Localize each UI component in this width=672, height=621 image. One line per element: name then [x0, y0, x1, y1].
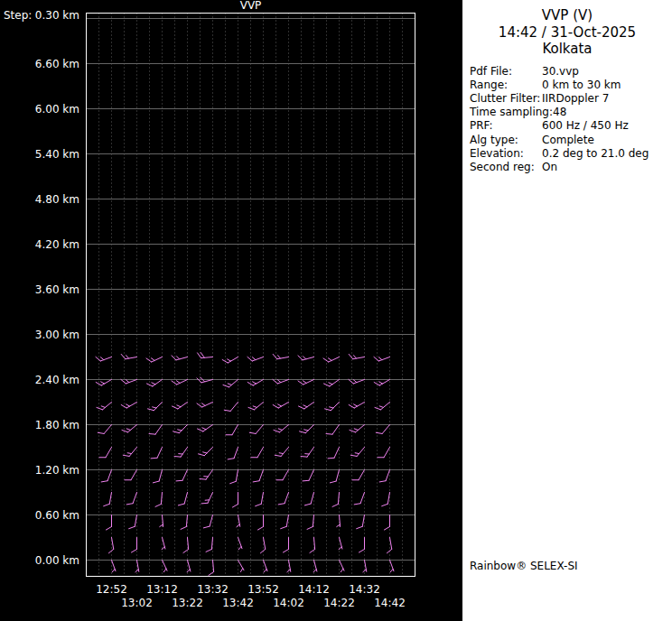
svg-text:1.20 km: 1.20 km [35, 464, 79, 477]
info-value: 48 [553, 106, 566, 119]
info-row-prf: PRF: 600 Hz / 450 Hz [470, 119, 672, 133]
svg-text:6.60 km: 6.60 km [35, 58, 79, 70]
svg-text:14:12: 14:12 [298, 583, 330, 596]
svg-text:4.20 km: 4.20 km [35, 238, 79, 251]
panel-title: VVP (V) [462, 7, 672, 24]
info-value: 0.2 deg to 21.0 deg [542, 147, 649, 161]
panel-station: Kolkata [462, 41, 672, 58]
info-label: PRF: [470, 119, 542, 133]
info-row-pdf-file: Pdf File: 30.vvp [470, 65, 672, 79]
svg-text:13:32: 13:32 [197, 583, 229, 596]
y-axis-labels: 6.60 km6.00 km5.40 km4.80 km4.20 km3.60 … [35, 58, 79, 567]
info-label: Elevation: [470, 147, 542, 161]
info-label: Time sampling: [470, 106, 553, 119]
info-row-clutter-filter: Clutter Filter: IIRDoppler 7 [470, 92, 672, 106]
info-list: Pdf File: 30.vvp Range: 0 km to 30 km Cl… [462, 65, 672, 175]
chart-title: VVP [240, 0, 262, 12]
info-value: 600 Hz / 450 Hz [542, 119, 629, 133]
step-value: 0.30 km [35, 9, 79, 22]
svg-text:14:32: 14:32 [349, 583, 380, 596]
svg-text:13:42: 13:42 [222, 597, 254, 609]
brand-label: Rainbow® SELEX-SI [470, 560, 578, 572]
svg-text:14:02: 14:02 [273, 597, 304, 609]
svg-text:13:02: 13:02 [121, 597, 153, 609]
svg-text:14:22: 14:22 [323, 597, 355, 609]
info-label: Pdf File: [470, 65, 542, 79]
vvp-wind-profile-chart: VVPStep:0.30 km6.60 km6.00 km5.40 km4.80… [0, 0, 462, 621]
svg-text:6.00 km: 6.00 km [35, 103, 79, 116]
svg-text:0.60 km: 0.60 km [35, 509, 79, 522]
svg-text:1.80 km: 1.80 km [35, 419, 79, 431]
grid-vertical [99, 14, 403, 577]
info-value: On [542, 161, 557, 174]
vvp-app-window: VVPStep:0.30 km6.60 km6.00 km5.40 km4.80… [0, 0, 672, 621]
panel-header: VVP (V) 14:42 / 31-Oct-2025 Kolkata [462, 7, 672, 58]
svg-text:0.00 km: 0.00 km [35, 554, 79, 567]
info-value: Complete [542, 134, 594, 147]
svg-text:13:22: 13:22 [172, 597, 203, 609]
info-value: 0 km to 30 km [542, 79, 621, 92]
svg-text:13:52: 13:52 [247, 583, 279, 596]
step-label: Step: [4, 9, 32, 22]
info-panel: VVP (V) 14:42 / 31-Oct-2025 Kolkata Pdf … [462, 0, 672, 621]
info-row-range: Range: 0 km to 30 km [470, 79, 672, 92]
svg-text:13:12: 13:12 [146, 583, 178, 596]
info-label: Range: [470, 79, 542, 92]
info-label: Clutter Filter: [470, 92, 542, 106]
svg-text:14:42: 14:42 [374, 597, 406, 609]
svg-text:2.40 km: 2.40 km [35, 374, 79, 386]
info-value: 30.vvp [542, 65, 579, 79]
info-row-second-reg: Second reg: On [470, 161, 672, 174]
svg-text:5.40 km: 5.40 km [35, 148, 79, 161]
info-row-elevation: Elevation: 0.2 deg to 21.0 deg [470, 147, 672, 161]
svg-text:3.60 km: 3.60 km [35, 283, 79, 296]
info-value: IIRDoppler 7 [542, 92, 609, 106]
svg-text:12:52: 12:52 [96, 583, 127, 596]
info-label: Second reg: [470, 161, 542, 174]
svg-text:3.00 km: 3.00 km [35, 329, 79, 341]
wind-barbs [96, 353, 394, 576]
svg-text:4.80 km: 4.80 km [35, 193, 79, 206]
x-axis-labels: 12:5213:0213:1213:2213:3213:4213:5214:02… [96, 583, 406, 609]
info-row-alg-type: Alg type: Complete [470, 134, 672, 147]
info-label: Alg type: [470, 134, 542, 147]
info-row-time-sampling: Time sampling: 48 [470, 106, 672, 119]
panel-datetime: 14:42 / 31-Oct-2025 [462, 24, 672, 42]
